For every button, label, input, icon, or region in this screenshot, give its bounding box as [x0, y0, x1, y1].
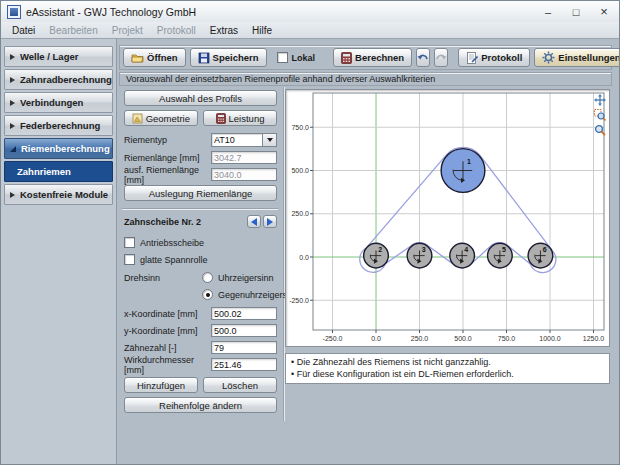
sidebar-item[interactable]: Welle / Lager	[4, 46, 113, 67]
add-pulley-label: Hinzufügen	[137, 380, 185, 391]
save-button[interactable]: Speichern	[190, 48, 267, 67]
x-tick-label: 0.0	[371, 335, 381, 342]
sidebar-item[interactable]: Kostenfreie Module	[4, 184, 113, 205]
menu-item: Projekt	[105, 24, 150, 37]
redo-button	[434, 48, 448, 67]
menu-item: Protokoll	[150, 24, 203, 37]
pulley-number-label: 2	[378, 246, 382, 253]
pan-move-icon	[594, 94, 606, 106]
idler-checkbox[interactable]	[124, 254, 135, 265]
calculate-button[interactable]: Berechnen	[333, 48, 412, 67]
redo-icon	[435, 53, 447, 63]
reorder-button[interactable]: Reihenfolge ändern	[124, 397, 277, 413]
sidebar-item-label: Kostenfreie Module	[20, 189, 108, 200]
combo-dropdown-button[interactable]	[262, 134, 276, 146]
x-tick-label: -250.0	[323, 335, 343, 342]
x-tick-label: 1000.0	[539, 335, 561, 342]
x-tick-label: 250.0	[411, 335, 429, 342]
pulley-header-row: Zahnscheibe Nr. 2	[119, 214, 283, 229]
menu-item[interactable]: Hilfe	[245, 24, 279, 37]
pulley-number-label: 4	[464, 246, 468, 253]
teeth-count-label: Zähnezahl [-]	[119, 343, 211, 353]
chevron-down-icon	[267, 138, 273, 142]
reorder-label: Reihenfolge ändern	[159, 400, 242, 411]
menu-item[interactable]: Extras	[203, 24, 245, 37]
pulley-number-label: 5	[502, 246, 506, 253]
toolbar: Öffnen Speichern Lokal Berechnen Protoko…	[119, 45, 612, 70]
pulley-number-label: 6	[543, 246, 547, 253]
y-coordinate-field[interactable]	[211, 324, 277, 337]
minimize-button[interactable]: –	[535, 3, 561, 20]
pan-tool-button[interactable]	[593, 93, 606, 106]
zoom-selection-icon	[594, 109, 606, 121]
belt-layout-chart-panel: 123456-250.00.0250.0500.0750.01000.01250…	[285, 89, 610, 347]
effective-diameter-field[interactable]	[211, 358, 277, 371]
design-belt-length-label: Auslegung Riemenlänge	[149, 188, 253, 199]
open-button[interactable]: Öffnen	[123, 48, 186, 67]
belt-type-select[interactable]: AT10	[211, 133, 277, 147]
power-button[interactable]: Leistung	[203, 110, 277, 126]
counterclockwise-radio[interactable]	[202, 289, 213, 300]
drive-pulley-checkbox[interactable]	[124, 237, 135, 248]
next-pulley-button[interactable]	[263, 215, 277, 228]
settings-button[interactable]: Einstellungen	[534, 48, 620, 67]
protocol-button-label: Protokoll	[481, 52, 522, 63]
design-belt-length-button[interactable]: Auslegung Riemenlänge	[124, 185, 277, 201]
y-tick-label: 750.0	[291, 124, 309, 131]
zoom-tool-button[interactable]	[593, 123, 606, 136]
add-pulley-button[interactable]: Hinzufügen	[124, 377, 198, 393]
arrow-right-icon	[267, 218, 273, 226]
local-checkbox[interactable]	[277, 52, 288, 63]
collapsed-arrow-icon	[10, 54, 15, 60]
settings-button-label: Einstellungen	[558, 52, 620, 63]
profile-select-button[interactable]: Auswahl des Profils	[124, 90, 277, 106]
power-calculator-icon	[216, 113, 226, 124]
rotation-label: Drehsinn	[119, 273, 202, 283]
zoom-selection-tool-button[interactable]	[593, 108, 606, 121]
undo-button[interactable]	[416, 48, 430, 67]
info-text: Vorauswahl der einsetzbaren Riemenprofil…	[126, 74, 435, 84]
maximize-button[interactable]: □	[563, 3, 589, 20]
open-folder-icon	[131, 52, 144, 63]
gear-icon	[542, 51, 555, 64]
protocol-button[interactable]: Protokoll	[458, 48, 530, 67]
menu-item[interactable]: Datei	[5, 24, 42, 37]
collapsed-arrow-icon	[10, 123, 15, 129]
sidebar-item-label: Federberechnung	[20, 120, 100, 131]
exec-belt-length-row: ausf. Riemenlänge [mm]	[119, 167, 283, 182]
sidebar-item-label: Zahnriemen	[17, 166, 71, 177]
belt-type-label: Riementyp	[119, 135, 211, 145]
close-button[interactable]: ×	[591, 3, 617, 20]
teeth-count-field[interactable]	[211, 341, 277, 354]
sidebar-item[interactable]: Riemenberechnung	[4, 138, 113, 159]
belt-length-field	[211, 151, 277, 164]
delete-pulley-button[interactable]: Löschen	[203, 377, 277, 393]
x-tick-label: 1250.0	[583, 335, 605, 342]
idler-label: glatte Spannrolle	[140, 255, 208, 265]
delete-pulley-label: Löschen	[222, 380, 258, 391]
application-window: { "window": { "title": "eAssistant - GWJ…	[0, 0, 620, 465]
sidebar-item[interactable]: Verbindungen	[4, 92, 113, 113]
belt-layout-plot[interactable]: 123456-250.00.0250.0500.0750.01000.01250…	[286, 90, 609, 346]
calculator-icon	[341, 52, 352, 64]
x-tick-label: 500.0	[454, 335, 472, 342]
y-tick-label: 500.0	[291, 167, 309, 174]
geometry-button[interactable]: Geometrie	[124, 110, 198, 126]
chart-toolbar	[593, 93, 606, 136]
sidebar-item[interactable]: Federberechnung	[4, 115, 113, 136]
sidebar-item-label: Riemenberechnung	[21, 143, 110, 154]
previous-pulley-button[interactable]	[247, 215, 261, 228]
belt-type-row: Riementyp AT10	[119, 132, 283, 147]
exec-belt-length-label: ausf. Riemenlänge [mm]	[119, 165, 211, 185]
rotation-row-ccw: Gegenuhrzeigersinn	[119, 287, 283, 302]
x-coordinate-field[interactable]	[211, 307, 277, 320]
status-info-bar: Vorauswahl der einsetzbaren Riemenprofil…	[119, 72, 612, 86]
sidebar-item-label: Zahnradberechnung	[20, 74, 112, 85]
collapsed-arrow-icon	[10, 100, 15, 106]
x-coordinate-row: x-Koordinate [mm]	[119, 306, 283, 321]
sidebar-item[interactable]: Zahnradberechnung	[4, 69, 113, 90]
pulley-number-label: 3	[422, 246, 426, 253]
y-coordinate-label: y-Koordinate [mm]	[119, 326, 211, 336]
clockwise-radio[interactable]	[202, 272, 213, 283]
sidebar-item[interactable]: Zahnriemen	[4, 161, 113, 182]
